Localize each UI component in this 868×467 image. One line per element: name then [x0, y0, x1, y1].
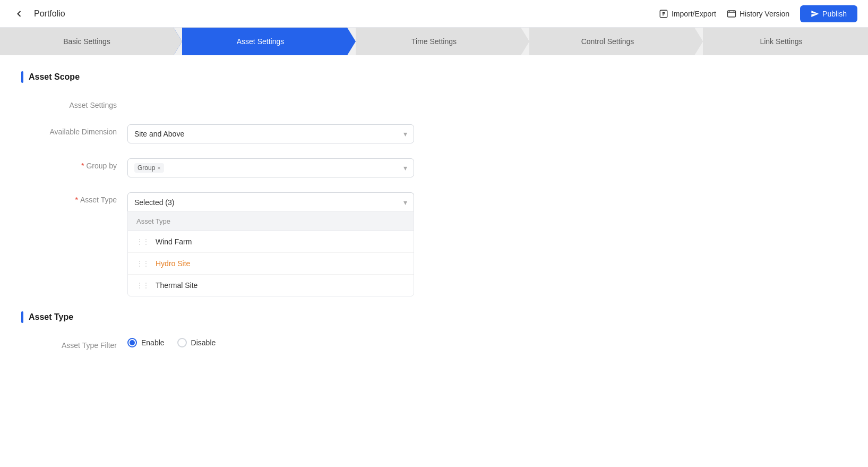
asset-type-filter-control: Enable Disable [127, 338, 414, 347]
asset-type-row: *Asset Type Selected (3) ▾ Asset Type ⋮⋮… [21, 192, 457, 296]
import-export-button[interactable]: Import/Export [659, 9, 716, 19]
group-by-control: Group × ▾ [127, 158, 414, 177]
asset-scope-section-header: Asset Scope [21, 71, 457, 83]
asset-type-select[interactable]: Selected (3) ▾ [127, 192, 414, 211]
available-dimension-label: Available Dimension [21, 124, 117, 136]
asset-settings-row: Asset Settings [21, 98, 457, 109]
chevron-down-icon-asset-type: ▾ [403, 198, 407, 207]
main-content: Asset Scope Asset Settings Available Dim… [0, 55, 478, 380]
drag-handle-icon: ⋮⋮ [136, 260, 149, 267]
asset-type-selected-value: Selected (3) [134, 198, 174, 207]
step-time[interactable]: Time Settings [347, 28, 521, 55]
group-tag-close[interactable]: × [157, 165, 160, 171]
enable-radio-circle [127, 338, 137, 347]
asset-settings-label: Asset Settings [21, 98, 117, 109]
group-by-select[interactable]: Group × ▾ [127, 158, 414, 177]
group-by-value: Group × [134, 163, 164, 173]
asset-type-select-label: *Asset Type [21, 192, 117, 204]
back-button[interactable] [11, 5, 28, 22]
dropdown-header: Asset Type [128, 212, 414, 231]
asset-type-dropdown: Asset Type ⋮⋮ Wind Farm ⋮⋮ Hydro Site ⋮⋮… [127, 211, 414, 296]
step-basic[interactable]: Basic Settings [0, 28, 174, 55]
group-by-row: *Group by Group × ▾ [21, 158, 457, 177]
enable-radio[interactable]: Enable [127, 338, 165, 347]
header-actions: Import/Export History Version Publish [659, 5, 857, 22]
list-item[interactable]: ⋮⋮ Wind Farm [128, 231, 414, 253]
asset-type-section-header: Asset Type [21, 311, 457, 323]
chevron-down-icon-group: ▾ [403, 164, 407, 172]
item-label-wind-farm: Wind Farm [156, 237, 192, 246]
asset-type-filter-label: Asset Type Filter [21, 338, 117, 350]
section-bar [21, 71, 23, 83]
radio-group: Enable Disable [127, 338, 414, 347]
asset-type-title: Asset Type [29, 312, 73, 322]
disable-radio-circle [177, 338, 187, 347]
toggle-thumb [139, 99, 150, 109]
drag-handle-icon: ⋮⋮ [136, 282, 149, 289]
asset-type-filter-row: Asset Type Filter Enable Disable [21, 338, 457, 350]
chevron-down-icon: ▾ [403, 130, 407, 138]
step-link[interactable]: Link Settings [694, 28, 868, 55]
available-dimension-control: Site and Above ▾ [127, 124, 414, 143]
disable-radio[interactable]: Disable [177, 338, 216, 347]
group-by-label: *Group by [21, 158, 117, 170]
available-dimension-select[interactable]: Site and Above ▾ [127, 124, 414, 143]
app-header: Portfolio Import/Export History Version … [0, 0, 868, 28]
available-dimension-value: Site and Above [134, 130, 184, 138]
available-dimension-row: Available Dimension Site and Above ▾ [21, 124, 457, 143]
svg-rect-1 [727, 11, 735, 17]
item-label-hydro-site: Hydro Site [156, 259, 190, 268]
publish-button[interactable]: Publish [800, 5, 857, 22]
asset-type-control: Selected (3) ▾ Asset Type ⋮⋮ Wind Farm ⋮… [127, 192, 414, 296]
step-asset[interactable]: Asset Settings [174, 28, 347, 55]
steps-navigation: Basic Settings Asset Settings Time Setti… [0, 28, 868, 55]
drag-handle-icon: ⋮⋮ [136, 238, 149, 245]
list-item[interactable]: ⋮⋮ Hydro Site [128, 253, 414, 275]
asset-scope-title: Asset Scope [29, 72, 80, 82]
section-bar-2 [21, 311, 23, 323]
history-version-button[interactable]: History Version [727, 9, 789, 19]
page-title: Portfolio [34, 9, 659, 19]
group-tag: Group × [134, 163, 164, 173]
list-item[interactable]: ⋮⋮ Thermal Site [128, 275, 414, 296]
step-control[interactable]: Control Settings [521, 28, 694, 55]
item-label-thermal-site: Thermal Site [156, 281, 197, 290]
